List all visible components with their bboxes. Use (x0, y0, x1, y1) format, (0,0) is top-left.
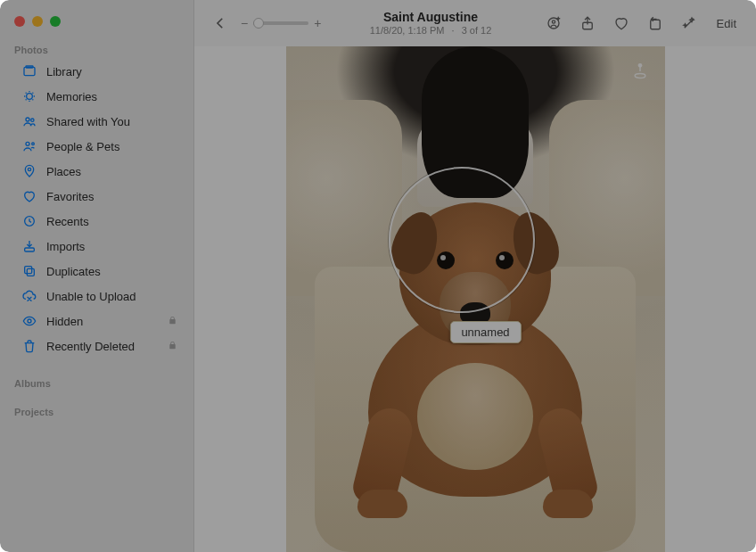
svg-point-18 (635, 74, 645, 78)
face-name-field[interactable]: unnamed (449, 321, 521, 343)
zoom-in-label: + (314, 16, 321, 30)
photo-viewport[interactable]: unnamed (194, 46, 756, 552)
sidebar-item-label: Hidden (46, 315, 83, 328)
svg-point-6 (32, 143, 35, 145)
share-button[interactable] (574, 10, 601, 37)
svg-point-2 (27, 94, 33, 100)
sidebar-item-label: Shared with You (46, 115, 130, 128)
imports-icon (21, 238, 37, 254)
edit-button[interactable]: Edit (710, 13, 744, 34)
toolbar-actions: Edit (540, 10, 744, 37)
zoom-thumb[interactable] (253, 18, 264, 29)
sidebar-item-recently-deleted[interactable]: Recently Deleted (0, 334, 193, 358)
sidebar-item-shared-with-you[interactable]: Shared with You (0, 109, 193, 134)
sidebar-item-label: Recently Deleted (46, 340, 135, 353)
svg-point-3 (26, 118, 29, 121)
hidden-icon (21, 313, 37, 329)
sidebar-item-imports[interactable]: Imports (0, 234, 193, 259)
separator-dot: · (448, 25, 459, 36)
rotate-button[interactable] (642, 10, 669, 37)
photo-canvas: unnamed (286, 46, 665, 552)
svg-point-14 (552, 21, 555, 23)
sidebar-item-label: Library (46, 65, 82, 78)
sidebar-item-hidden[interactable]: Hidden (0, 309, 193, 334)
svg-point-7 (28, 168, 30, 170)
window-controls (0, 9, 193, 39)
svg-point-12 (28, 319, 31, 323)
shared-with-you-icon (21, 113, 37, 129)
sidebar-item-label: Unable to Upload (46, 290, 136, 303)
svg-point-17 (638, 64, 641, 67)
svg-rect-11 (25, 267, 32, 274)
library-icon (21, 63, 37, 79)
memories-icon (21, 88, 37, 104)
sidebar-item-memories[interactable]: Memories (0, 84, 193, 109)
sidebar-section-projects[interactable]: Projects (0, 401, 193, 421)
sidebar-item-library[interactable]: Library (0, 59, 193, 84)
main-content: − + Saint Augustine 11/8/20, 1:18 PM · 3… (194, 0, 756, 552)
sidebar-item-label: Duplicates (46, 265, 101, 278)
recently-deleted-icon (21, 338, 37, 354)
info-people-button[interactable] (540, 10, 567, 37)
close-window-button[interactable] (14, 16, 25, 27)
photos-window: Photos Library Memories Shared with You … (0, 0, 756, 552)
svg-rect-16 (650, 20, 660, 29)
sidebar-item-label: People & Pets (46, 140, 119, 153)
sidebar-item-duplicates[interactable]: Duplicates (0, 259, 193, 284)
svg-point-4 (31, 119, 34, 121)
sidebar-item-label: Imports (46, 240, 85, 253)
sidebar-item-places[interactable]: Places (0, 159, 193, 184)
unable-upload-icon (21, 288, 37, 304)
back-button[interactable] (207, 10, 234, 37)
face-detection-circle[interactable] (389, 167, 535, 313)
svg-rect-0 (24, 67, 35, 75)
sidebar-item-label: Places (46, 165, 81, 178)
sidebar-section-photos: Photos (0, 39, 193, 59)
fullscreen-window-button[interactable] (50, 16, 61, 27)
photo-date: 11/8/20, 1:18 PM (370, 25, 445, 36)
sidebar-item-unable-to-upload[interactable]: Unable to Upload (0, 284, 193, 309)
sidebar-section-albums[interactable]: Albums (0, 373, 193, 392)
sidebar-item-people-pets[interactable]: People & Pets (0, 134, 193, 159)
people-pets-icon (21, 138, 37, 154)
lock-icon (168, 315, 177, 328)
recents-icon (21, 213, 37, 229)
sidebar: Photos Library Memories Shared with You … (0, 0, 194, 552)
svg-point-5 (26, 142, 29, 145)
minimize-window-button[interactable] (32, 16, 43, 27)
sidebar-item-label: Memories (46, 90, 97, 103)
photo-title: Saint Augustine (328, 10, 532, 25)
places-icon (21, 163, 37, 179)
toolbar: − + Saint Augustine 11/8/20, 1:18 PM · 3… (194, 0, 756, 46)
zoom-out-label: − (241, 16, 248, 30)
favorite-button[interactable] (608, 10, 635, 37)
title-block: Saint Augustine 11/8/20, 1:18 PM · 3 of … (328, 10, 532, 37)
duplicates-icon (21, 263, 37, 279)
svg-rect-9 (25, 248, 35, 251)
photo-subtitle: 11/8/20, 1:18 PM · 3 of 12 (328, 25, 532, 37)
location-pin-button[interactable] (628, 59, 653, 84)
zoom-track[interactable] (253, 21, 308, 25)
zoom-slider[interactable]: − + (241, 16, 321, 30)
photo-counter: 3 of 12 (462, 25, 492, 36)
auto-enhance-button[interactable] (676, 10, 703, 37)
svg-rect-10 (27, 268, 34, 276)
sidebar-item-favorites[interactable]: Favorites (0, 184, 193, 209)
sidebar-item-label: Recents (46, 215, 89, 228)
sidebar-item-label: Favorites (46, 190, 94, 203)
lock-icon (168, 340, 177, 353)
sidebar-item-recents[interactable]: Recents (0, 209, 193, 234)
favorites-icon (21, 188, 37, 204)
